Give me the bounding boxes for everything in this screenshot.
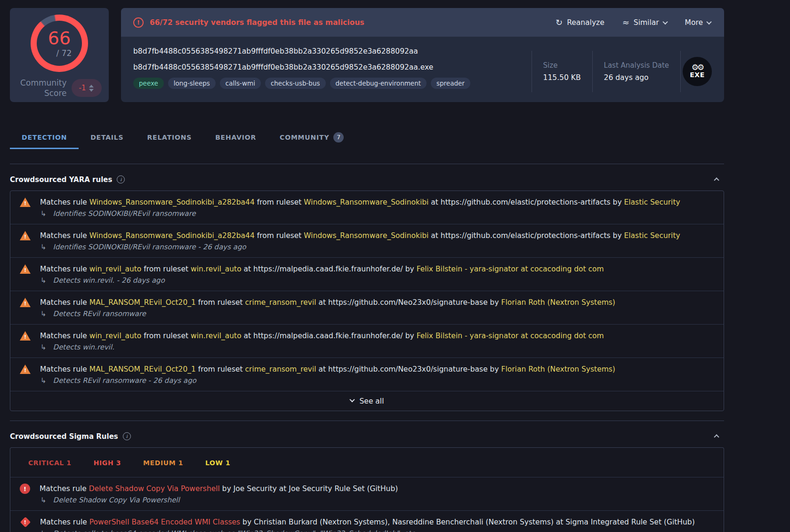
severity-filter-medium[interactable]: MEDIUM 1 — [143, 459, 183, 467]
rule-detail: Detects win.revil. — [53, 342, 114, 352]
community-score-label: Community Score — [17, 78, 67, 98]
vote-down-icon[interactable] — [89, 89, 94, 92]
severity-filter-high[interactable]: HIGH 3 — [94, 459, 121, 467]
rule-text-segment: Matches rule — [40, 484, 89, 493]
banner-text: 66/72 security vendors flagged this file… — [150, 18, 364, 27]
file-tags: peexelong-sleepscalls-wmichecks-usb-busd… — [133, 78, 532, 89]
size-label: Size — [543, 61, 581, 70]
severity-filter-low[interactable]: LOW 1 — [205, 459, 230, 467]
rule-link[interactable]: Elastic Security — [624, 198, 680, 206]
info-icon[interactable]: i — [123, 432, 131, 440]
last-analysis-value: 26 days ago — [604, 73, 669, 82]
file-name: b8d7fb4488c0556385498271ab9fffdf0eb38bb2… — [133, 63, 532, 71]
rule-text-segment: at https://malpedia.caad.fkie.fraunhofer… — [242, 265, 417, 273]
rule-text: Matches rule Windows_Ransomware_Sodinoki… — [40, 230, 680, 241]
rule-text-segment: Matches rule — [40, 231, 89, 240]
tab-bar: DETECTIONDETAILSRELATIONSBEHAVIORCOMMUNI… — [10, 127, 724, 149]
rule-text-segment: from ruleset — [141, 265, 191, 273]
rule-link[interactable]: Windows_Ransomware_Sodinokibi_a282ba44 — [89, 231, 255, 240]
rule-text-segment: Matches rule — [40, 198, 89, 206]
rule-link[interactable]: Florian Roth (Nextron Systems) — [501, 365, 615, 373]
file-tag[interactable]: long-sleeps — [168, 78, 216, 89]
rule-text-segment: Matches rule — [40, 298, 89, 307]
tab-details[interactable]: DETAILS — [79, 127, 135, 149]
rule-text: Matches rule MAL_RANSOM_REvil_Oct20_1 fr… — [40, 364, 615, 374]
warning-icon: ! — [20, 298, 31, 307]
vote-up-icon[interactable] — [89, 85, 94, 87]
sub-arrow-icon: ↳ — [40, 342, 47, 352]
detection-score-value: 66 — [48, 29, 71, 47]
rule-link[interactable]: MAL_RANSOM_REvil_Oct20_1 — [89, 298, 196, 307]
file-tag[interactable]: checks-usb-bus — [265, 78, 326, 89]
tab-label: COMMUNITY — [280, 134, 329, 141]
rule-link[interactable]: Windows_Ransomware_Sodinokibi — [304, 198, 428, 206]
rule-link[interactable]: Elastic Security — [624, 231, 680, 240]
rule-link[interactable]: win_revil_auto — [89, 332, 142, 340]
community-score-value: -1 — [79, 84, 86, 92]
rule-link[interactable]: Windows_Ransomware_Sodinokibi_a282ba44 — [89, 198, 255, 206]
rule-row: !Matches rule win_revil_auto from rulese… — [10, 325, 724, 358]
rule-link[interactable]: PowerShell Base64 Encoded WMI Classes — [89, 518, 240, 526]
rule-detail-line: ↳Delete Shadow Copy Via Powershell — [20, 495, 714, 505]
warning-icon: ! — [20, 198, 31, 207]
file-header: 66 / 72 Community Score -1 ! — [10, 8, 724, 102]
reanalyze-icon: ↻ — [556, 18, 563, 27]
rule-row: !Matches rule Windows_Ransomware_Sodinok… — [10, 191, 724, 224]
rule-link[interactable]: crime_ransom_revil — [245, 298, 316, 307]
info-icon[interactable]: i — [117, 175, 125, 183]
sub-arrow-icon: ↳ — [40, 375, 47, 386]
severity-filter-critical[interactable]: CRITICAL 1 — [28, 459, 72, 467]
collapse-section-button[interactable] — [715, 175, 718, 184]
sigma-section-title: Crowdsourced Sigma Rules — [10, 432, 118, 441]
sub-arrow-icon: ↳ — [40, 528, 47, 532]
rule-link[interactable]: Florian Roth (Nextron Systems) — [501, 298, 615, 307]
rule-main-line: !Matches rule Windows_Ransomware_Sodinok… — [20, 197, 714, 207]
rule-text-segment: at https://github.com/elastic/protection… — [428, 198, 624, 206]
rule-link[interactable]: Felix Bilstein - yara-signator at cocaco… — [417, 332, 604, 340]
tab-relations[interactable]: RELATIONS — [135, 127, 203, 149]
rule-text: Matches rule win_revil_auto from ruleset… — [40, 264, 604, 274]
similar-button[interactable]: ≈ Similar — [622, 18, 667, 27]
file-tag[interactable]: calls-wmi — [220, 78, 261, 89]
high-severity-icon: ! — [20, 517, 31, 527]
rule-row: !Matches rule Delete Shadow Copy Via Pow… — [10, 477, 724, 511]
last-analysis-label: Last Analysis Date — [604, 61, 669, 70]
file-tag[interactable]: peexe — [133, 78, 164, 89]
rule-link[interactable]: Windows_Ransomware_Sodinokibi — [304, 231, 428, 240]
file-hash[interactable]: b8d7fb4488c0556385498271ab9fffdf0eb38bb2… — [133, 47, 532, 56]
divider — [10, 421, 724, 421]
rule-main-line: !Matches rule win_revil_auto from rulese… — [20, 264, 714, 274]
community-score-widget[interactable]: -1 — [72, 79, 102, 97]
rule-main-line: !Matches rule MAL_RANSOM_REvil_Oct20_1 f… — [20, 364, 714, 374]
rule-link[interactable]: win_revil_auto — [89, 265, 142, 273]
more-button[interactable]: More — [685, 18, 711, 27]
rule-text-segment: at https://github.com/Neo23x0/signature-… — [316, 365, 501, 373]
file-tag[interactable]: detect-debug-environment — [330, 78, 427, 89]
rule-link[interactable]: crime_ransom_revil — [245, 365, 316, 373]
rule-link[interactable]: win.revil_auto — [191, 265, 242, 273]
tab-behavior[interactable]: BEHAVIOR — [203, 127, 268, 149]
tab-community[interactable]: COMMUNITY7 — [268, 127, 355, 149]
page: 66 / 72 Community Score -1 ! — [10, 8, 724, 532]
alert-icon: ! — [133, 17, 144, 28]
tab-label: DETAILS — [90, 134, 123, 141]
rule-text-segment: from ruleset — [255, 198, 304, 206]
rule-link[interactable]: Felix Bilstein - yara-signator at cocaco… — [417, 265, 604, 273]
detection-score-denominator: / 72 — [56, 48, 72, 58]
reanalyze-button[interactable]: ↻ Reanalyze — [556, 18, 605, 27]
rule-link[interactable]: win.revil_auto — [191, 332, 242, 340]
rule-detail-line: ↳Detects REvil ransomware - 26 days ago — [20, 375, 714, 386]
rule-link[interactable]: MAL_RANSOM_REvil_Oct20_1 — [89, 365, 196, 373]
rule-link[interactable]: Delete Shadow Copy Via Powershell — [89, 484, 220, 493]
file-tag[interactable]: spreader — [431, 78, 470, 89]
warning-icon: ! — [20, 264, 31, 274]
rule-detail-line: ↳Identifies SODINOKIBI/REvil ransomware … — [20, 242, 714, 252]
yara-section-title: Crowdsourced YARA rules — [10, 175, 112, 184]
critical-severity-icon: ! — [20, 484, 30, 494]
collapse-section-button[interactable] — [715, 432, 718, 441]
see-all-button[interactable]: See all — [10, 391, 724, 411]
tab-label: DETECTION — [22, 134, 67, 141]
tab-detection[interactable]: DETECTION — [10, 127, 79, 149]
sigma-section-header: Crowdsourced Sigma Rules i — [10, 432, 724, 441]
rule-text-segment: by Joe Security at Joe Security Rule Set… — [220, 484, 398, 493]
